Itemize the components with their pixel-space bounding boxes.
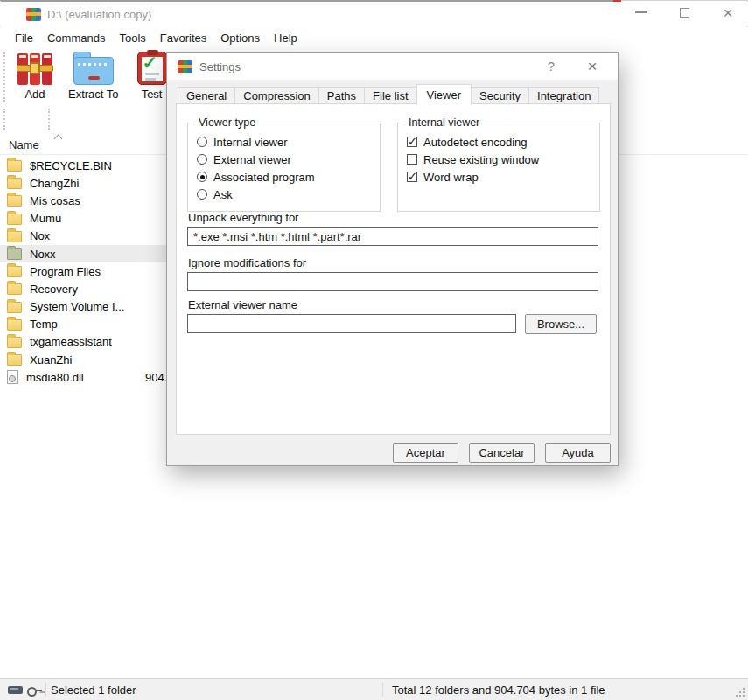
add-archive-icon — [17, 52, 53, 85]
encryption-key-icon — [27, 682, 42, 697]
close-icon: × — [723, 4, 732, 21]
minimize-icon — [635, 11, 647, 13]
file-type-icon — [7, 337, 22, 348]
file-name: ChangZhi — [30, 177, 79, 190]
file-type-icon — [7, 354, 22, 366]
checkbox-option[interactable]: Autodetect encoding — [407, 135, 599, 149]
internal-viewer-group-title: Internal viewer — [405, 116, 483, 129]
file-type-icon — [7, 319, 22, 331]
dialog-close-button[interactable]: × — [583, 57, 602, 76]
unpack-input[interactable] — [187, 227, 598, 246]
radio-option[interactable]: Ask — [197, 187, 380, 201]
radio-icon[interactable] — [197, 189, 207, 200]
extract-folder-icon — [73, 52, 114, 85]
radio-label: Associated program — [213, 171, 315, 184]
cancel-button[interactable]: Cancelar — [469, 443, 535, 463]
minimize-button[interactable] — [627, 0, 654, 24]
menu-bar: File Commands Tools Favorites Options He… — [0, 27, 748, 49]
total-status: Total 12 folders and 904.704 bytes in 1 … — [392, 683, 605, 696]
add-button[interactable]: Add — [12, 49, 58, 101]
radio-label: Internal viewer — [213, 136, 288, 149]
file-name: Temp — [30, 318, 58, 331]
settings-tab[interactable]: Paths — [318, 87, 365, 104]
accept-button[interactable]: Aceptar — [393, 443, 458, 463]
menu-item[interactable]: Tools — [112, 29, 152, 47]
resize-grip[interactable] — [743, 695, 745, 696]
address-gripper[interactable] — [48, 108, 50, 130]
menu-item[interactable]: Commands — [40, 29, 112, 47]
radio-label: External viewer — [213, 153, 291, 166]
status-divider — [45, 682, 46, 696]
unpack-field-label: Unpack everything for — [188, 211, 298, 224]
file-type-icon — [7, 370, 18, 384]
checkbox-label: Word wrap — [423, 171, 479, 184]
radio-icon[interactable] — [197, 154, 207, 164]
address-gripper-left[interactable] — [3, 108, 5, 130]
radio-option[interactable]: External viewer — [197, 152, 380, 166]
close-button[interactable]: × — [715, 0, 741, 24]
ignore-field-label: Ignore modifications for — [188, 256, 306, 270]
checkbox-option[interactable]: Word wrap — [407, 170, 599, 184]
settings-tab[interactable]: Viewer — [416, 84, 472, 105]
file-type-icon — [7, 178, 22, 189]
name-column-header[interactable]: Name — [9, 138, 39, 151]
checkbox-label: Reuse existing window — [423, 153, 539, 166]
file-type-icon — [7, 195, 22, 206]
status-divider — [382, 682, 383, 696]
checkbox-icon[interactable] — [407, 172, 417, 182]
menu-item[interactable]: Favorites — [153, 29, 213, 47]
radio-icon[interactable] — [197, 136, 207, 147]
file-type-icon — [7, 248, 22, 260]
file-name: Mis cosas — [30, 194, 80, 207]
file-type-icon — [7, 302, 22, 313]
radio-icon[interactable] — [197, 172, 207, 182]
checkbox-option[interactable]: Reuse existing window — [407, 152, 599, 166]
external-viewer-field-label: External viewer name — [188, 298, 297, 312]
settings-tab[interactable]: Security — [471, 87, 529, 104]
maximize-icon — [680, 8, 689, 18]
checkbox-icon[interactable] — [407, 154, 417, 164]
checkbox-label: Autodetect encoding — [423, 136, 528, 149]
file-name: Recovery — [30, 283, 78, 296]
extract-to-button[interactable]: Extract To — [68, 49, 119, 101]
settings-tab[interactable]: Compression — [234, 87, 319, 104]
menu-item[interactable]: File — [8, 29, 40, 47]
settings-tab[interactable]: General — [178, 87, 235, 104]
radio-option[interactable]: Internal viewer — [197, 135, 380, 149]
viewer-type-group: Viewer type Internal viewer External vie… — [187, 122, 381, 212]
file-type-icon — [7, 160, 22, 172]
disk-activity-icon — [8, 686, 23, 694]
window-title: D:\ (evaluation copy) — [47, 8, 151, 21]
browse-button[interactable]: Browse... — [525, 314, 597, 334]
file-name: msdia80.dll — [26, 371, 84, 384]
extract-to-button-label: Extract To — [68, 88, 119, 101]
ignore-input[interactable] — [187, 272, 598, 291]
file-name: Noxx — [30, 248, 56, 261]
file-name: System Volume I... — [30, 300, 124, 313]
settings-dialog: Settings ? × General Compression Paths F… — [166, 52, 619, 466]
viewer-tab-page: Viewer type Internal viewer External vie… — [176, 103, 611, 435]
external-viewer-input[interactable] — [187, 314, 516, 333]
menu-item[interactable]: Options — [213, 29, 267, 47]
sort-ascending-icon — [54, 135, 63, 144]
file-size: 904. — [145, 371, 167, 384]
winrar-dialog-icon — [178, 60, 192, 74]
settings-tab[interactable]: File list — [364, 87, 416, 104]
menu-item[interactable]: Help — [267, 29, 304, 47]
test-archive-icon: ✓ — [137, 52, 167, 85]
toolbar-gripper[interactable] — [3, 52, 5, 102]
file-name: Nox — [30, 229, 50, 242]
radio-label: Ask — [213, 188, 233, 201]
help-button[interactable]: Ayuda — [545, 443, 611, 463]
maximize-button[interactable] — [671, 0, 697, 24]
radio-option[interactable]: Associated program — [197, 170, 380, 184]
checkbox-icon[interactable] — [407, 136, 417, 147]
file-name: Mumu — [30, 212, 61, 225]
file-name: $RECYCLE.BIN — [30, 159, 112, 172]
dialog-help-button[interactable]: ? — [542, 59, 560, 74]
file-name: XuanZhi — [30, 354, 72, 367]
file-type-icon — [7, 266, 22, 277]
add-button-label: Add — [24, 88, 45, 101]
settings-tab[interactable]: Integration — [528, 87, 599, 104]
viewer-type-group-title: Viewer type — [195, 116, 259, 129]
